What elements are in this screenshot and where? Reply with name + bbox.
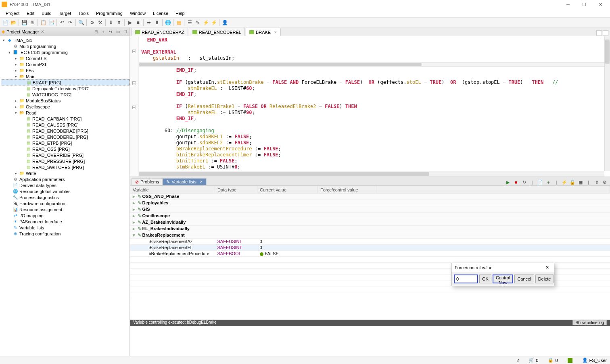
- group-row[interactable]: ▸✎ GIS: [130, 206, 610, 213]
- toolbar-undo-icon[interactable]: ↶: [58, 19, 66, 26]
- tab-close-icon[interactable]: ✕: [274, 30, 277, 34]
- code-editor[interactable]: − − − END_VAR VAR_EXTERNAL gstatusIn : s…: [130, 36, 610, 177]
- delete-button[interactable]: Delete: [535, 275, 554, 283]
- toolbar-open-icon[interactable]: 📂: [10, 19, 17, 26]
- editor-vscroll[interactable]: [604, 36, 610, 171]
- tree-appparams[interactable]: ⚙Application parameters: [1, 176, 130, 182]
- toolbar-upload-icon[interactable]: ⬆: [115, 19, 123, 26]
- tree-resassign[interactable]: 📊Resource assignment: [1, 206, 130, 212]
- group-row[interactable]: ▸✎ Oscilloscope: [130, 213, 610, 219]
- var-row[interactable]: bBrakeReplacementProcedureSAFEBOOLFALSE: [130, 251, 610, 257]
- force-icon[interactable]: ⚡: [561, 179, 568, 185]
- menu-project[interactable]: Project: [2, 10, 23, 17]
- group-row[interactable]: ▸✎ OSS_AND_Phase: [130, 193, 610, 200]
- tree-commpxi[interactable]: ▸📁CommPXI: [1, 61, 130, 67]
- toolbar-user-icon[interactable]: 👤: [221, 19, 228, 26]
- toolbar-paste-icon[interactable]: 📑: [48, 19, 55, 26]
- tree-read-encoderaz[interactable]: ▤READ_ENCODERAZ [PRG]: [1, 128, 130, 134]
- col-variable[interactable]: Variable: [130, 186, 215, 193]
- tree-procdiag[interactable]: 🔧Process diagnostics: [1, 194, 130, 200]
- toolbar-step-icon[interactable]: ➡: [145, 19, 152, 26]
- refresh-icon[interactable]: ↻: [520, 179, 528, 185]
- editor-max-icon[interactable]: [603, 30, 608, 36]
- control-now-button[interactable]: Control Now: [493, 275, 513, 283]
- dialog-titlebar[interactable]: Force/control value ✕: [451, 263, 554, 272]
- tree-varlists[interactable]: ✎Variable lists: [1, 225, 130, 231]
- toolbar-grid-icon[interactable]: ▦: [175, 19, 182, 26]
- toolbar-build-icon[interactable]: ⚙: [88, 19, 96, 26]
- pm-min-icon[interactable]: ▭: [115, 29, 121, 35]
- tree-modulebus[interactable]: ▸📁ModuleBusStatus: [1, 98, 130, 104]
- pm-opts-icon[interactable]: ☐: [122, 29, 128, 35]
- toolbar-globe-icon[interactable]: 🌐: [164, 19, 171, 26]
- toolbar-redo-icon[interactable]: ↷: [67, 19, 74, 26]
- show-online-log-button[interactable]: Show online log: [572, 320, 607, 325]
- menu-tools[interactable]: Tools: [75, 10, 92, 17]
- tree-root[interactable]: ▾◆TMA_IS1: [1, 37, 130, 43]
- project-manager-close-icon[interactable]: ✕: [41, 29, 44, 34]
- tree-read-override[interactable]: ▤READ_OVERRIDE [PRG]: [1, 152, 130, 158]
- tree-read-capbank[interactable]: ▤READ_CAPBANK [PRG]: [1, 116, 130, 122]
- tree-hwconfig[interactable]: 🔌Hardware configuration: [1, 200, 130, 206]
- tree-read[interactable]: ▾📂Read: [1, 110, 130, 116]
- group-row[interactable]: ▸✎ AZ_BrakesInvidually: [130, 219, 610, 226]
- maximize-button[interactable]: ☐: [576, 0, 592, 9]
- stop-icon[interactable]: ■: [512, 179, 520, 185]
- minimize-button[interactable]: ─: [560, 0, 576, 9]
- close-button[interactable]: ✕: [592, 0, 608, 9]
- force-value-input[interactable]: [454, 275, 478, 283]
- tab-brake[interactable]: BRAKE✕: [246, 28, 281, 36]
- menu-programming[interactable]: Programming: [93, 10, 126, 17]
- var-row[interactable]: iBrakeReplacementAzSAFEUSINT0: [130, 239, 610, 245]
- play-icon[interactable]: ▶: [504, 179, 512, 185]
- menu-build[interactable]: Build: [38, 10, 54, 17]
- tree-read-oss[interactable]: ▤READ_OSS [PRG]: [1, 146, 130, 152]
- toolbar-misc1-icon[interactable]: ☰: [186, 19, 193, 26]
- menu-edit[interactable]: Edit: [23, 10, 38, 17]
- group-row[interactable]: ▸✎ EL_BrakesIndividually: [130, 226, 610, 232]
- project-tree[interactable]: ▾◆TMA_IS1 ⚙Multi programming ▾📘IEC 61131…: [0, 36, 130, 356]
- tree-derivedtypes[interactable]: 📄Derived data types: [1, 182, 130, 188]
- settings-icon[interactable]: ⚙: [601, 179, 608, 185]
- menu-window[interactable]: Window: [127, 10, 149, 17]
- col-datatype[interactable]: Data type: [215, 186, 257, 193]
- var-row[interactable]: iBrakeReplacementElSAFEUSINT0: [130, 245, 610, 251]
- tab-problems[interactable]: ⊘Problems: [132, 178, 163, 185]
- project-manager-title-tab[interactable]: ◆ Project Manager ✕: [2, 29, 92, 34]
- toolbar-copy-icon[interactable]: 📋: [40, 19, 47, 26]
- columns-icon[interactable]: ▦: [577, 179, 584, 185]
- toolbar-misc2-icon[interactable]: ✎: [194, 19, 201, 26]
- add-icon[interactable]: ＋: [545, 179, 552, 185]
- menu-license[interactable]: License: [150, 10, 171, 17]
- dialog-close-icon[interactable]: ✕: [543, 265, 551, 270]
- tree-multiprog[interactable]: ⚙Multi programming: [1, 43, 130, 49]
- tab-read-encoderaz[interactable]: READ_ENCODERAZ: [132, 28, 188, 36]
- toolbar-saveall-icon[interactable]: 🗎: [29, 19, 36, 26]
- cancel-button[interactable]: Cancel: [514, 275, 534, 283]
- toolbar-start-icon[interactable]: ▶: [126, 19, 134, 26]
- tree-tracing[interactable]: ⊕Tracing configuration: [1, 231, 130, 237]
- new-list-icon[interactable]: 📄: [537, 179, 544, 185]
- tab-read-encoderel[interactable]: READ_ENCODEREL: [189, 28, 245, 36]
- tree-watchdog[interactable]: ▤WATCHDOG [PRG]: [1, 92, 130, 98]
- pm-link-icon[interactable]: ⇆: [108, 29, 113, 35]
- tree-iomap[interactable]: ⇄I/O mapping: [1, 212, 130, 218]
- tree-read-etpb[interactable]: ▤READ_ETPB [PRG]: [1, 140, 130, 146]
- editor-hscroll[interactable]: [139, 171, 604, 177]
- tree-oscilo[interactable]: ▸📁Osciloscope: [1, 104, 130, 110]
- export-icon[interactable]: ⇪: [593, 179, 600, 185]
- tree-main[interactable]: ▾📂Main: [1, 73, 130, 79]
- tree-fbs[interactable]: ▸📁FBs: [1, 67, 130, 73]
- tree-commgis[interactable]: ▸📁CommGIS: [1, 55, 130, 61]
- release-icon[interactable]: 🔓: [569, 179, 576, 185]
- group-row[interactable]: ▸✎ Deployables: [130, 200, 610, 206]
- editor-hscroll[interactable]: [139, 62, 604, 67]
- tree-read-pressure[interactable]: ▤READ_PRESSURE [PRG]: [1, 158, 130, 164]
- menu-help[interactable]: Help: [172, 10, 188, 17]
- group-row[interactable]: ▾✎ BrakesReplacement: [130, 232, 610, 239]
- tree-brake[interactable]: ▤BRAKE [PRG]: [1, 79, 130, 85]
- tree-read-encoderel[interactable]: ▤READ_ENCODEREL [PRG]: [1, 134, 130, 140]
- editor-min-icon[interactable]: [596, 30, 602, 36]
- pm-add-icon[interactable]: ＋: [100, 29, 106, 35]
- tree-resglobals[interactable]: 🌐Resource global variables: [1, 188, 130, 194]
